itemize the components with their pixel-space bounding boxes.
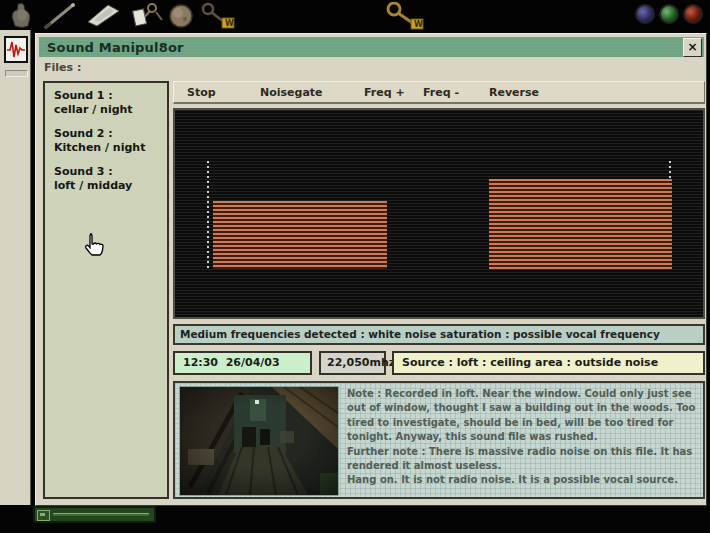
reverse-button[interactable]: Reverse (489, 86, 539, 99)
freq-minus-button[interactable]: Freq - (423, 86, 459, 99)
note-paragraph: Hang on. It is not radio noise. It is a … (347, 473, 699, 487)
orb-button-blue[interactable] (635, 4, 655, 24)
svg-text:W: W (225, 19, 234, 28)
window-title: Sound Manipul8or (47, 40, 184, 55)
game-screen: W W Sound Manipul8or × Files : So (0, 0, 710, 533)
frequency-status-bar: Medium frequencies detected : white nois… (173, 324, 705, 345)
sound-item-desc: loft / midday (54, 179, 164, 193)
note-text: Note : Recorded in loft. Near the window… (347, 387, 699, 488)
sample-rate-display: 22,050mhz (319, 351, 386, 375)
stone-icon[interactable] (163, 2, 201, 29)
timestamp-display: 12:30 26/04/03 (173, 351, 312, 375)
sound-item-1[interactable]: Sound 1 : cellar / night (54, 89, 164, 117)
noisegate-button[interactable]: Noisegate (260, 86, 323, 99)
taskbar-slot (5, 70, 28, 77)
sound-file-icon[interactable] (4, 36, 28, 63)
sound-item-2[interactable]: Sound 2 : Kitchen / night (54, 127, 164, 155)
status-text: Medium frequencies detected : white nois… (180, 328, 660, 340)
waveform-marker-left (207, 161, 209, 270)
inventory-bar: W W (0, 0, 710, 30)
stop-button[interactable]: Stop (187, 86, 216, 99)
sound-list-panel: Sound 1 : cellar / night Sound 2 : Kitch… (43, 81, 169, 499)
taskbar-strip (0, 30, 31, 505)
window-titlebar: Sound Manipul8or × (39, 37, 704, 57)
source-display: Source : loft : ceiling area : outside n… (392, 351, 705, 375)
playback-slider[interactable] (33, 506, 156, 523)
sound-item-label: Sound 3 : (54, 165, 164, 179)
sound-item-label: Sound 2 : (54, 127, 164, 141)
close-button[interactable]: × (683, 38, 702, 57)
orb-button-green[interactable] (659, 4, 679, 24)
letter-icon[interactable] (84, 2, 122, 28)
sound-manipul8or-window: Sound Manipul8or × Files : Sound 1 : cel… (35, 33, 707, 506)
files-menu[interactable]: Files : (44, 61, 81, 74)
flask-icon[interactable] (5, 2, 37, 29)
sound-item-desc: cellar / night (54, 103, 164, 117)
note-paragraph: Note : Recorded in loft. Near the window… (347, 387, 699, 445)
waveform-display (173, 108, 705, 319)
loft-photo (179, 386, 339, 496)
sound-item-label: Sound 1 : (54, 89, 164, 103)
waveform-segment-right (489, 179, 672, 269)
note-panel: Note : Recorded in loft. Near the window… (173, 381, 705, 499)
gold-key-icon[interactable]: W (380, 2, 432, 30)
freq-plus-button[interactable]: Freq + (364, 86, 405, 99)
control-bar: Stop Noisegate Freq + Freq - Reverse (173, 81, 705, 104)
key-yellow-tag-icon[interactable]: W (198, 2, 244, 30)
tagged-key-icon[interactable] (126, 2, 166, 30)
slider-track (53, 513, 149, 516)
note-paragraph: Further note : There is massive radio no… (347, 445, 699, 474)
waveform-segment-left (213, 201, 387, 269)
slider-handle[interactable] (37, 510, 50, 521)
orb-button-red[interactable] (683, 4, 703, 24)
sound-item-3[interactable]: Sound 3 : loft / midday (54, 165, 164, 193)
svg-text:W: W (414, 20, 423, 29)
pen-icon[interactable] (42, 2, 78, 30)
hand-cursor-icon (81, 231, 105, 259)
sound-item-desc: Kitchen / night (54, 141, 164, 155)
